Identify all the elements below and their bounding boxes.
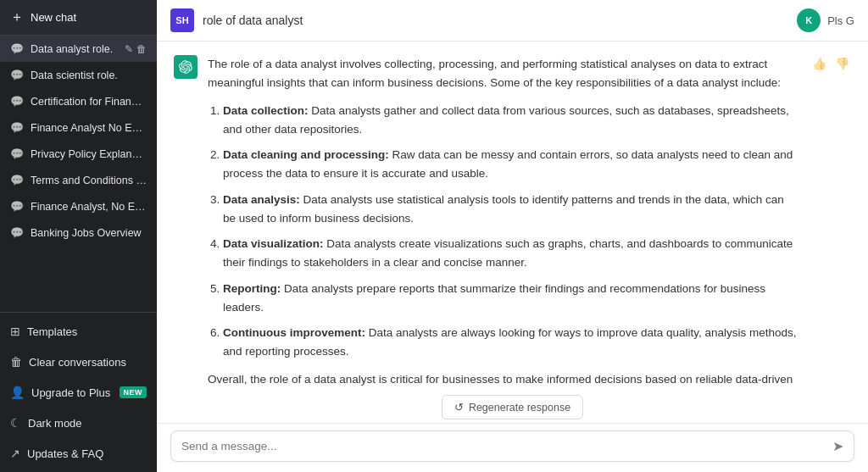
faq-label: Updates & FAQ <box>27 447 103 460</box>
sidebar: ＋ New chat 💬Data analyst role.✎🗑💬Data sc… <box>0 0 157 472</box>
response-list-item: Data analysis: Data analysts use statist… <box>223 191 797 229</box>
upgrade-badge: NEW <box>120 386 147 398</box>
faq-icon: ↗ <box>10 447 20 460</box>
chat-icon: 💬 <box>10 42 24 55</box>
new-chat-button[interactable]: ＋ New chat <box>0 0 157 36</box>
regenerate-area: ↺ Regenerate response <box>157 388 868 423</box>
user-query-area: SH role of data analyst <box>170 8 303 32</box>
chat-icon: 💬 <box>10 147 24 160</box>
chat-icon: 💬 <box>10 226 24 239</box>
edit-chat-icon[interactable]: ✎ <box>125 43 133 55</box>
message-actions: 👍 👎 <box>810 55 851 72</box>
sidebar-bottom-item-darkmode[interactable]: ☾Dark mode <box>0 408 157 438</box>
chat-icon: 💬 <box>10 174 24 186</box>
templates-label: Templates <box>27 325 77 338</box>
response-list-item: Data collection: Data analysts gather an… <box>223 102 797 140</box>
chat-area: The role of a data analyst involves coll… <box>157 42 868 388</box>
k-avatar: K <box>797 8 821 32</box>
send-button[interactable]: ➤ <box>832 438 843 454</box>
chat-icon: 💬 <box>10 121 24 134</box>
upgrade-label: Upgrade to Plus <box>31 386 110 399</box>
sidebar-chat-item[interactable]: 💬Finance Analyst No Experien… <box>0 114 157 141</box>
chat-icon: 💬 <box>10 200 24 213</box>
regenerate-icon: ↺ <box>454 401 464 414</box>
sidebar-bottom-item-templates[interactable]: ⊞Templates <box>0 316 157 347</box>
user-avatar: SH <box>170 8 194 32</box>
chat-header: SH role of data analyst K Pls G <box>157 0 868 42</box>
sidebar-chat-item[interactable]: 💬Data analyst role.✎🗑 <box>0 36 157 62</box>
regenerate-label: Regenerate response <box>469 402 570 414</box>
sidebar-bottom-item-upgrade[interactable]: 👤Upgrade to PlusNEW <box>0 377 157 408</box>
chat-item-label: Banking Jobs Overview <box>31 227 147 239</box>
chat-item-label: Data scientist role. <box>31 69 147 81</box>
response-intro: The role of a data analyst involves coll… <box>208 55 797 93</box>
sidebar-chat-item[interactable]: 💬Banking Jobs Overview <box>0 219 157 246</box>
sidebar-bottom: ⊞Templates🗑Clear conversations👤Upgrade t… <box>0 312 157 472</box>
new-chat-label: New chat <box>31 11 76 24</box>
header-right-text: Pls G <box>827 14 854 27</box>
sidebar-chat-item[interactable]: 💬Data scientist role. <box>0 62 157 88</box>
chat-item-actions: ✎🗑 <box>125 43 147 55</box>
chat-icon: 💬 <box>10 69 24 81</box>
gpt-message: The role of a data analyst involves coll… <box>174 55 851 388</box>
templates-icon: ⊞ <box>10 325 20 338</box>
thumbs-down-button[interactable]: 👎 <box>833 55 851 72</box>
sidebar-chat-item[interactable]: 💬Certification for Financial Ana… <box>0 88 157 114</box>
response-list-item: Reporting: Data analysts prepare reports… <box>223 280 797 318</box>
sidebar-bottom-item-clear[interactable]: 🗑Clear conversations <box>0 347 157 377</box>
chat-item-label: Certification for Financial Ana… <box>31 96 147 108</box>
message-input[interactable] <box>181 440 826 453</box>
clear-icon: 🗑 <box>10 355 22 369</box>
regenerate-button[interactable]: ↺ Regenerate response <box>442 395 583 419</box>
chat-item-label: Finance Analyst No Experien… <box>31 122 147 134</box>
response-closing: Overall, the role of a data analyst is c… <box>208 370 797 388</box>
delete-chat-icon[interactable]: 🗑 <box>136 43 147 55</box>
upgrade-icon: 👤 <box>10 386 25 399</box>
header-right: K Pls G <box>797 8 854 32</box>
response-list: Data collection: Data analysts gather an… <box>208 102 797 362</box>
sidebar-bottom-item-faq[interactable]: ↗Updates & FAQ <box>0 438 157 469</box>
response-list-item: Data visualization: Data analysts create… <box>223 235 797 273</box>
sidebar-chat-item[interactable]: 💬Privacy Policy Explanation. <box>0 141 157 167</box>
main-panel: SH role of data analyst K Pls G The role… <box>157 0 868 472</box>
gpt-response-content: The role of a data analyst involves coll… <box>208 55 797 388</box>
plus-icon: ＋ <box>10 8 24 26</box>
chat-item-label: Privacy Policy Explanation. <box>31 148 147 160</box>
chat-item-label: Finance Analyst, No Experien… <box>31 201 147 213</box>
darkmode-icon: ☾ <box>10 416 21 430</box>
gpt-avatar <box>174 55 198 79</box>
chat-icon: 💬 <box>10 95 24 108</box>
response-list-item: Data cleaning and processing: Raw data c… <box>223 146 797 184</box>
sidebar-chat-item[interactable]: 💬Terms and Conditions Expla… <box>0 167 157 193</box>
thumbs-up-button[interactable]: 👍 <box>810 55 828 72</box>
response-list-item: Continuous improvement: Data analysts ar… <box>223 324 797 362</box>
sidebar-chat-item[interactable]: 💬Finance Analyst, No Experien… <box>0 193 157 219</box>
input-wrapper: ➤ <box>170 430 854 462</box>
input-area: ➤ <box>157 423 868 472</box>
clear-label: Clear conversations <box>29 356 126 369</box>
chat-item-label: Terms and Conditions Expla… <box>31 175 147 186</box>
user-query-text: role of data analyst <box>203 14 303 27</box>
chat-list: 💬Data analyst role.✎🗑💬Data scientist rol… <box>0 36 157 312</box>
darkmode-label: Dark mode <box>28 417 82 430</box>
chat-item-label: Data analyst role. <box>31 43 121 55</box>
